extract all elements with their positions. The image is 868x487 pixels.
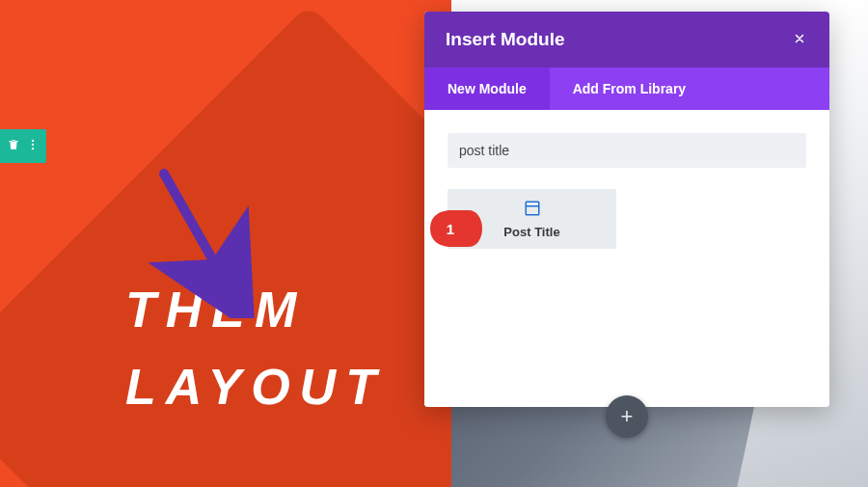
close-icon	[793, 29, 806, 50]
module-search-row	[448, 133, 806, 168]
hero-left-panel: THEM LAYOUT	[0, 0, 451, 487]
insert-module-modal: Insert Module New Module Add From Librar…	[424, 12, 829, 407]
hero-text-block: THEM LAYOUT	[125, 280, 386, 418]
module-post-title[interactable]: Post Title	[448, 189, 616, 249]
svg-point-0	[32, 139, 34, 141]
modal-header: Insert Module	[424, 12, 829, 68]
modal-body: Post Title	[424, 110, 829, 407]
modal-close-button[interactable]	[791, 31, 808, 48]
post-title-icon	[524, 200, 541, 221]
section-menu-button[interactable]	[24, 138, 41, 155]
tab-new-module-label: New Module	[448, 81, 527, 96]
tab-library-label: Add From Library	[573, 81, 686, 96]
modal-title: Insert Module	[446, 29, 565, 50]
module-label: Post Title	[503, 225, 559, 239]
plus-icon: +	[621, 404, 634, 429]
hero-line-1: THEM	[125, 280, 386, 339]
hero-line-2: LAYOUT	[125, 357, 386, 417]
module-search-input[interactable]	[448, 133, 806, 168]
svg-rect-4	[526, 202, 539, 215]
tab-new-module[interactable]: New Module	[424, 68, 550, 110]
section-controls	[0, 129, 46, 163]
svg-point-2	[32, 147, 34, 149]
modal-tabs: New Module Add From Library	[424, 68, 829, 110]
svg-point-1	[32, 143, 34, 145]
trash-icon	[7, 138, 20, 155]
tab-add-from-library[interactable]: Add From Library	[550, 68, 709, 110]
add-section-button[interactable]: +	[606, 395, 648, 438]
page-stage: THEM LAYOUT Ins	[0, 0, 868, 487]
module-results: Post Title	[448, 189, 806, 249]
delete-section-button[interactable]	[5, 138, 22, 155]
vertical-dots-icon	[26, 138, 40, 155]
